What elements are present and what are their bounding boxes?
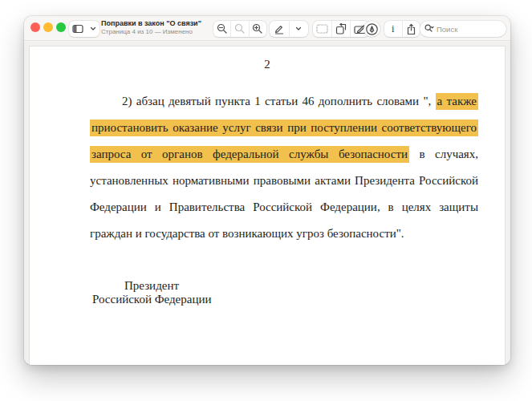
share-button[interactable] (402, 21, 420, 37)
paragraph-line: 2) абзац девятый пункта 1 статьи 46 допо… (90, 88, 478, 115)
toolbar: Поправки в закон "О связи" Страница 4 из… (24, 16, 510, 41)
zoom-in-button[interactable] (249, 21, 266, 37)
page-number: 2 (30, 56, 505, 72)
info-share-group: i (384, 21, 420, 37)
rotate-button[interactable] (331, 21, 351, 37)
highlighted-text: запроса от органов федеральной службы бе… (90, 146, 409, 163)
paragraph-line: запроса от органов федеральной службы бе… (90, 141, 478, 168)
document-page: 2 2) абзац девятый пункта 1 статьи 46 до… (29, 46, 506, 365)
chevron-down-icon (295, 26, 302, 31)
search-input[interactable] (437, 25, 485, 34)
zoom-button-group (213, 21, 266, 37)
info-button[interactable]: i (384, 21, 402, 37)
signature-subtitle: Российской Федерации (92, 293, 505, 306)
search-icon (424, 22, 434, 36)
search-field[interactable] (420, 21, 506, 37)
highlighted-text: приостановить оказание услуг связи при п… (90, 119, 478, 136)
highlighter-nib-icon (366, 23, 378, 35)
marker-pen-icon (270, 21, 289, 37)
tools-button-group (313, 21, 369, 37)
markup-pen-button[interactable] (270, 21, 308, 37)
magnifier-plus-icon (252, 23, 263, 34)
paragraph-line: Федерации и Правительства Российской Фед… (90, 194, 478, 221)
share-icon (406, 23, 416, 35)
selection-tool-button[interactable] (313, 21, 331, 37)
sidebar-toggle-icon (72, 24, 83, 34)
signature-block: Президент Российской Федерации (92, 279, 505, 306)
pen-style-dropdown[interactable] (289, 21, 309, 37)
zoom-actual-size-button[interactable] (230, 21, 248, 37)
dashed-selection-icon (316, 24, 328, 34)
sidebar-toggle-button[interactable] (69, 21, 99, 37)
highlighted-text: а также (436, 93, 478, 110)
document-viewport[interactable]: 2 2) абзац девятый пункта 1 статьи 46 до… (24, 42, 510, 365)
minimize-button[interactable] (43, 22, 53, 32)
window-title-block: Поправки в закон "О связи" Страница 4 из… (101, 19, 185, 36)
paragraph: 2) абзац девятый пункта 1 статьи 46 допо… (90, 88, 478, 247)
preview-window: Поправки в закон "О связи" Страница 4 из… (24, 16, 510, 365)
paragraph-line: приостановить оказание услуг связи при п… (90, 115, 478, 141)
zoom-out-button[interactable] (213, 21, 230, 37)
rotate-icon (335, 23, 347, 34)
info-icon: i (392, 23, 394, 35)
magnifier-icon (234, 23, 246, 34)
window-title: Поправки в закон "О связи" (101, 19, 185, 28)
highlight-button[interactable] (363, 21, 380, 37)
magnifier-minus-icon (217, 23, 228, 34)
paragraph-line: граждан и государства от возникающих угр… (90, 221, 478, 247)
paragraph-line: установленных нормативными правовыми акт… (90, 168, 478, 194)
close-button[interactable] (30, 22, 40, 32)
chevron-down-icon (90, 26, 96, 31)
window-subtitle: Страница 4 из 10 — Изменено (101, 28, 185, 36)
fullscreen-button[interactable] (56, 22, 66, 32)
signature-title: Президент (92, 279, 505, 293)
